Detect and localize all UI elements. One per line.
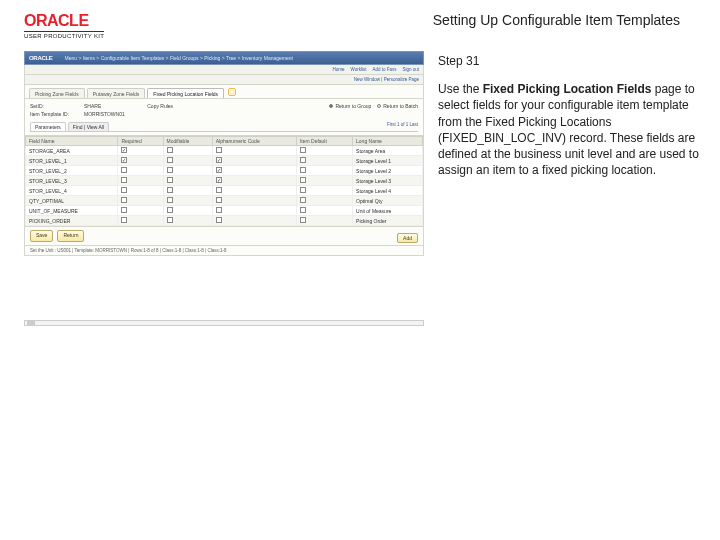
checkbox-cell[interactable] [118, 156, 163, 166]
subtab-parameters[interactable]: Parameters [30, 122, 66, 131]
checkbox-icon[interactable] [300, 177, 306, 183]
checkbox-icon[interactable] [167, 147, 173, 153]
new-window-link[interactable]: New Window | Personalize Page [354, 77, 419, 82]
checkbox-cell[interactable] [163, 186, 212, 196]
checkbox-icon[interactable] [121, 177, 127, 183]
toolbar-link-favs[interactable]: Add to Favs [372, 67, 396, 72]
checkbox-icon[interactable] [300, 217, 306, 223]
checkbox-cell[interactable] [296, 166, 352, 176]
app-screenshot: ORACLE Menu > Items > Configurable Item … [24, 51, 424, 256]
checkbox-cell[interactable] [296, 196, 352, 206]
checkbox-cell[interactable] [163, 206, 212, 216]
return-group-radio[interactable]: Return to Group [329, 103, 371, 109]
checkbox-cell[interactable] [118, 166, 163, 176]
long-name-cell: Optimal Qty [353, 196, 423, 206]
checkbox-cell[interactable] [296, 146, 352, 156]
table-row: STOR_LEVEL_3Storage Level 3 [26, 176, 423, 186]
checkbox-cell[interactable] [212, 146, 296, 156]
checkbox-icon[interactable] [167, 167, 173, 173]
checkbox-cell[interactable] [296, 206, 352, 216]
return-button[interactable]: Return [57, 230, 84, 242]
checkbox-icon[interactable] [121, 217, 127, 223]
checkbox-cell[interactable] [296, 186, 352, 196]
checkbox-cell[interactable] [118, 186, 163, 196]
checkbox-icon[interactable] [167, 217, 173, 223]
checkbox-icon[interactable] [216, 147, 222, 153]
checkbox-cell[interactable] [212, 156, 296, 166]
checkbox-cell[interactable] [163, 166, 212, 176]
toolbar-link-worklist[interactable]: Worklist [351, 67, 367, 72]
checkbox-cell[interactable] [212, 216, 296, 226]
table-row: UNIT_OF_MEASUREUnit of Measure [26, 206, 423, 216]
checkbox-icon[interactable] [216, 187, 222, 193]
checkbox-icon[interactable] [216, 217, 222, 223]
add-button[interactable]: Add [397, 233, 418, 243]
save-button[interactable]: Save [30, 230, 53, 242]
checkbox-cell[interactable] [163, 156, 212, 166]
checkbox-cell[interactable] [212, 206, 296, 216]
checkbox-icon[interactable] [300, 167, 306, 173]
table-row: QTY_OPTIMALOptimal Qty [26, 196, 423, 206]
return-batch-radio[interactable]: Return to Batch [377, 103, 418, 109]
checkbox-icon[interactable] [300, 197, 306, 203]
copy-rules-link[interactable]: Copy Rules [147, 103, 173, 109]
form-area: SetID: SHARE Copy Rules Return to Group … [24, 99, 424, 136]
checkbox-icon[interactable] [167, 207, 173, 213]
toolbar-link-home[interactable]: Home [333, 67, 345, 72]
checkbox-cell[interactable] [163, 176, 212, 186]
checkbox-icon[interactable] [121, 197, 127, 203]
checkbox-cell[interactable] [118, 206, 163, 216]
find-nav[interactable]: First 1 of 1 Last [387, 122, 418, 131]
field-name-cell: PICKING_ORDER [26, 216, 118, 226]
checkbox-icon[interactable] [121, 207, 127, 213]
checkbox-cell[interactable] [212, 166, 296, 176]
col-header: Item Default [296, 137, 352, 146]
checkbox-icon[interactable] [216, 177, 222, 183]
checkbox-icon[interactable] [121, 157, 127, 163]
toolbar-link-signout[interactable]: Sign out [402, 67, 419, 72]
long-name-cell: Storage Level 3 [353, 176, 423, 186]
field-name-cell: UNIT_OF_MEASURE [26, 206, 118, 216]
checkbox-cell[interactable] [212, 196, 296, 206]
checkbox-icon[interactable] [300, 147, 306, 153]
tab-putaway-zone[interactable]: Putaway Zone Fields [87, 88, 146, 98]
col-header: Required [118, 137, 163, 146]
checkbox-icon[interactable] [167, 197, 173, 203]
long-name-cell: Unit of Measure [353, 206, 423, 216]
step-label: Step 31 [438, 53, 700, 69]
app-header-bar: ORACLE Menu > Items > Configurable Item … [24, 51, 424, 65]
checkbox-cell[interactable] [296, 156, 352, 166]
checkbox-cell[interactable] [118, 196, 163, 206]
checkbox-icon[interactable] [300, 157, 306, 163]
checkbox-cell[interactable] [163, 146, 212, 156]
checkbox-icon[interactable] [167, 187, 173, 193]
checkbox-cell[interactable] [212, 186, 296, 196]
checkbox-cell[interactable] [118, 176, 163, 186]
checkbox-icon[interactable] [216, 157, 222, 163]
checkbox-icon[interactable] [216, 197, 222, 203]
tab-fixed-picking[interactable]: Fixed Picking Location Fields [147, 88, 224, 98]
subtab-findview[interactable]: Find | View All [68, 122, 109, 131]
field-grid: Field NameRequiredModifiableAlphanumeric… [24, 136, 424, 227]
checkbox-icon[interactable] [300, 187, 306, 193]
checkbox-cell[interactable] [163, 216, 212, 226]
logo-text: ORACLE [24, 12, 104, 30]
checkbox-cell[interactable] [212, 176, 296, 186]
horizontal-scrollbar[interactable] [24, 320, 424, 326]
checkbox-icon[interactable] [167, 157, 173, 163]
checkbox-cell[interactable] [296, 216, 352, 226]
long-name-cell: Picking Order [353, 216, 423, 226]
checkbox-icon[interactable] [121, 147, 127, 153]
checkbox-cell[interactable] [118, 146, 163, 156]
checkbox-cell[interactable] [163, 196, 212, 206]
checkbox-cell[interactable] [296, 176, 352, 186]
checkbox-icon[interactable] [216, 167, 222, 173]
checkbox-icon[interactable] [216, 207, 222, 213]
checkbox-icon[interactable] [121, 167, 127, 173]
checkbox-icon[interactable] [121, 187, 127, 193]
checkbox-cell[interactable] [118, 216, 163, 226]
checkbox-icon[interactable] [167, 177, 173, 183]
tab-picking-zone[interactable]: Picking Zone Fields [29, 88, 85, 98]
checkbox-icon[interactable] [300, 207, 306, 213]
field-name-cell: STOR_LEVEL_3 [26, 176, 118, 186]
